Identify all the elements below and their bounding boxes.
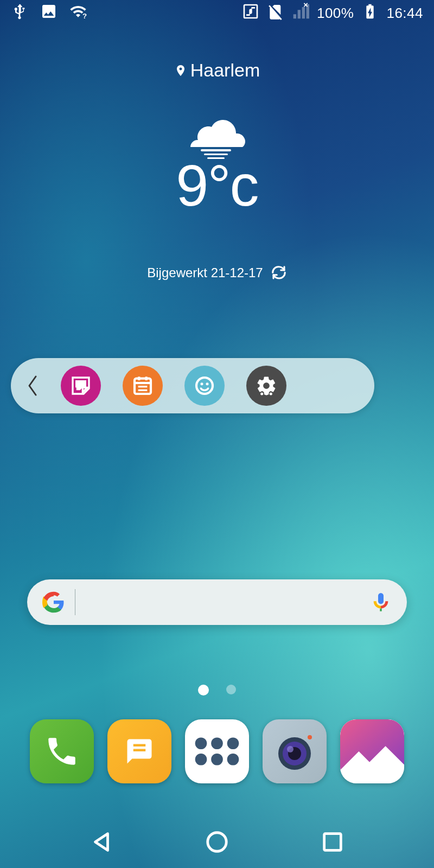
apps-icon: [185, 719, 249, 783]
svg-point-13: [206, 382, 209, 385]
svg-point-16: [270, 393, 272, 395]
svg-point-11: [196, 378, 213, 394]
settings-shortcut[interactable]: [246, 366, 286, 406]
weather-updated[interactable]: Bijgewerkt 21-12-17: [147, 265, 286, 281]
app-drawer[interactable]: [185, 719, 249, 783]
weather-location: Haarlem: [174, 60, 260, 81]
signal-icon: ×: [292, 3, 309, 24]
face-icon: [194, 375, 215, 397]
page-dot[interactable]: [226, 685, 236, 694]
gallery-app[interactable]: [340, 719, 404, 783]
svg-point-21: [211, 754, 223, 765]
svg-text:?: ?: [82, 12, 87, 20]
svg-point-12: [201, 382, 203, 385]
navigation-bar: [0, 818, 434, 868]
phone-icon: [44, 733, 80, 769]
svg-rect-2: [201, 149, 231, 151]
weather-condition-icon: [184, 111, 250, 155]
location-text: Haarlem: [190, 60, 260, 81]
calendar-shortcut[interactable]: [123, 366, 163, 406]
search-divider: [75, 589, 75, 615]
gear-icon: [256, 375, 277, 397]
calendar-icon: [132, 375, 154, 397]
svg-point-18: [211, 737, 223, 749]
svg-text:×: ×: [303, 3, 308, 9]
memo-shortcut[interactable]: [61, 366, 101, 406]
svg-point-15: [265, 393, 268, 395]
google-logo-icon: [42, 591, 65, 614]
phone-app[interactable]: [30, 719, 94, 783]
svg-rect-30: [324, 834, 341, 851]
page-dot-active[interactable]: [198, 685, 209, 695]
svg-rect-4: [207, 157, 225, 159]
messages-app[interactable]: [107, 719, 171, 783]
location-pin-icon: [174, 63, 187, 78]
svg-point-17: [195, 737, 207, 749]
no-sim-icon: [267, 3, 284, 24]
voice-search-icon[interactable]: [370, 591, 392, 613]
status-bar: ? × 100% 16:44: [0, 0, 434, 26]
message-icon: [123, 737, 156, 766]
home-button[interactable]: [205, 829, 229, 857]
temperature: 9°c: [0, 151, 434, 219]
recents-button[interactable]: [320, 829, 345, 857]
smart-bulletin-widget[interactable]: [11, 358, 374, 413]
refresh-icon[interactable]: [271, 265, 287, 281]
camera-icon: [269, 725, 321, 777]
back-button[interactable]: [89, 829, 114, 857]
svg-rect-3: [204, 154, 228, 155]
svg-point-27: [308, 735, 312, 739]
battery-charging-icon: [361, 3, 379, 24]
wifi-icon: ?: [69, 3, 87, 24]
google-search-bar[interactable]: [27, 579, 407, 625]
svg-point-26: [287, 746, 293, 752]
svg-point-14: [260, 393, 263, 395]
usb-icon: [11, 3, 28, 24]
camera-app[interactable]: [263, 719, 327, 783]
gallery-icon: [340, 719, 404, 783]
smart-doctor-shortcut[interactable]: [184, 366, 225, 406]
chevron-left-icon[interactable]: [26, 374, 39, 397]
svg-point-19: [227, 737, 239, 749]
battery-percentage: 100%: [317, 5, 354, 22]
updated-text: Bijgewerkt 21-12-17: [147, 265, 263, 280]
clock: 16:44: [386, 5, 423, 22]
svg-point-22: [227, 754, 239, 765]
memo-icon: [70, 375, 92, 397]
image-icon: [40, 3, 58, 24]
nfc-icon: [242, 3, 259, 24]
svg-point-20: [195, 754, 207, 765]
svg-point-29: [208, 833, 227, 852]
weather-widget[interactable]: Haarlem 9°c Bijgewerkt 21-12-17: [0, 60, 434, 281]
page-indicator[interactable]: [0, 685, 434, 695]
dock: [0, 719, 434, 783]
